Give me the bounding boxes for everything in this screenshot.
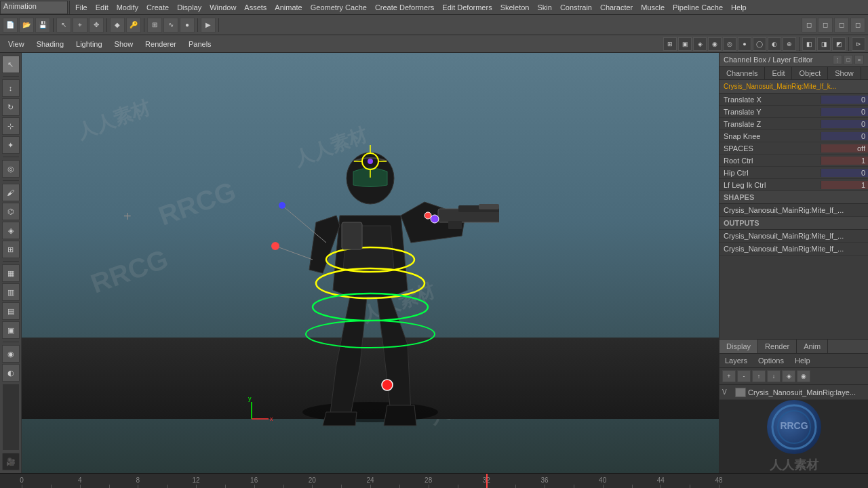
tab-channels[interactable]: Channels: [719, 67, 765, 79]
sculpt-tool[interactable]: ⌬: [2, 203, 20, 220]
vp-icon-12[interactable]: ◩: [832, 37, 846, 51]
right-tool2[interactable]: ◻: [818, 18, 833, 33]
panel-float-btn[interactable]: □: [844, 55, 853, 64]
select-tool-left[interactable]: ↖: [2, 56, 20, 73]
open-btn[interactable]: 📂: [19, 18, 34, 33]
vp-icon-7[interactable]: ◯: [753, 37, 766, 51]
snap-grid[interactable]: ⊞: [147, 18, 162, 33]
menu-item-animate[interactable]: Animate: [271, 0, 306, 15]
shapes-item-0[interactable]: Crysis_Nanosuit_MainRig:Mite_lf_...: [719, 204, 868, 217]
menu-item-pipeline cache[interactable]: Pipeline Cache: [669, 0, 727, 15]
le-tab-anim[interactable]: Anim: [797, 340, 828, 353]
menu-item-file[interactable]: File: [71, 0, 92, 15]
channel-value-1[interactable]: 0: [821, 108, 868, 116]
panel-menu-lighting[interactable]: Lighting: [71, 35, 108, 53]
channel-value-3[interactable]: 0: [821, 132, 868, 140]
channel-row-6[interactable]: Hip Ctrl0: [719, 167, 868, 179]
panel-menu-view[interactable]: View: [3, 35, 30, 53]
vp-icon-3[interactable]: ◈: [693, 37, 707, 51]
rotate-tool-left[interactable]: ↻: [2, 98, 20, 116]
tool8[interactable]: ▤: [2, 302, 20, 320]
menu-item-constrain[interactable]: Constrain: [556, 0, 596, 15]
panel-menu-shading[interactable]: Shading: [31, 35, 69, 53]
vp-icon-8[interactable]: ◐: [768, 37, 781, 51]
right-tool4[interactable]: ◻: [850, 18, 865, 33]
tool5[interactable]: ⊞: [2, 241, 20, 258]
snap-curve[interactable]: ∿: [163, 18, 178, 33]
outputs-item-1[interactable]: Crysis_Nanosuit_MainRig:Mite_lf_...: [719, 243, 868, 256]
tool11[interactable]: ◐: [2, 364, 20, 382]
viewport[interactable]: 人人素材 RRCG 人人素材 RRCG 人人素材 RRCG 人人素材 +: [22, 53, 719, 473]
new-scene-btn[interactable]: 📄: [3, 18, 18, 33]
le-menu-layers[interactable]: Layers: [722, 355, 750, 366]
channel-row-7[interactable]: Lf Leg Ik Ctrl1: [719, 179, 868, 191]
outputs-item-0[interactable]: Crysis_Nanosuit_MainRig:Mite_lf_...: [719, 230, 868, 243]
channel-value-6[interactable]: 0: [821, 169, 868, 177]
tool6[interactable]: ▦: [2, 264, 20, 282]
le-menu-options[interactable]: Options: [755, 355, 787, 366]
menu-item-edit[interactable]: Edit: [92, 0, 113, 15]
vp-icon-4[interactable]: ◉: [708, 37, 722, 51]
snap-point[interactable]: ●: [180, 18, 195, 33]
set-key-btn[interactable]: 🔑: [126, 18, 141, 33]
channel-row-3[interactable]: Snap Knee0: [719, 130, 868, 142]
channel-row-2[interactable]: Translate Z0: [719, 118, 868, 130]
mode-dropdown[interactable]: Animation: [0, 1, 68, 14]
menu-item-assets[interactable]: Assets: [240, 0, 271, 15]
panel-menu-renderer[interactable]: Renderer: [140, 35, 182, 53]
channel-value-5[interactable]: 1: [821, 157, 868, 165]
vp-icon-5[interactable]: ◎: [723, 37, 736, 51]
transform-tool-left[interactable]: ✦: [2, 136, 20, 154]
right-tool1[interactable]: ◻: [802, 18, 816, 33]
channel-value-0[interactable]: 0: [821, 96, 868, 104]
menu-item-skin[interactable]: Skin: [533, 0, 555, 15]
menu-item-skeleton[interactable]: Skeleton: [496, 0, 534, 15]
le-new-layer[interactable]: +: [722, 370, 736, 382]
menu-item-edit deformers[interactable]: Edit Deformers: [438, 0, 496, 15]
move-tool[interactable]: ✥: [89, 18, 104, 33]
lasso-tool[interactable]: ⌖: [73, 18, 87, 33]
vp-icon-11[interactable]: ◨: [817, 37, 831, 51]
le-delete-layer[interactable]: -: [737, 370, 751, 382]
tab-edit[interactable]: Edit: [765, 67, 792, 79]
vp-icon-13[interactable]: ⊳: [852, 37, 865, 51]
render-btn[interactable]: ▶: [201, 18, 216, 33]
tool10[interactable]: ◉: [2, 345, 20, 363]
channel-row-4[interactable]: SPACESoff: [719, 142, 868, 155]
panel-close-btn[interactable]: ×: [854, 55, 864, 64]
panel-options-btn[interactable]: ⋮: [833, 55, 842, 64]
key-btn[interactable]: ◆: [110, 18, 125, 33]
camera-thumb[interactable]: 🎥: [2, 453, 20, 470]
menu-item-muscle[interactable]: Muscle: [637, 0, 669, 15]
timeline-ruler[interactable]: 04812162024283236404448: [0, 473, 868, 488]
tool7[interactable]: ▥: [2, 283, 20, 301]
le-layer-options[interactable]: ◈: [782, 370, 795, 382]
menu-item-window[interactable]: Window: [205, 0, 240, 15]
channel-value-2[interactable]: 0: [821, 120, 868, 128]
channel-value-7[interactable]: 1: [821, 181, 868, 189]
timeline-playhead[interactable]: [486, 474, 488, 488]
layer-row-0[interactable]: V Crysis_Nanosuit_MainRig:laye...: [719, 385, 868, 400]
right-tool3[interactable]: ◻: [834, 18, 849, 33]
vp-icon-1[interactable]: ⊞: [663, 37, 677, 51]
panel-menu-show[interactable]: Show: [109, 35, 139, 53]
paint-skin[interactable]: 🖌: [2, 184, 20, 201]
vp-icon-6[interactable]: ●: [738, 37, 751, 51]
vp-icon-9[interactable]: ⊕: [783, 37, 796, 51]
menu-item-character[interactable]: Character: [596, 0, 637, 15]
menu-item-create[interactable]: Create: [142, 0, 173, 15]
le-move-down[interactable]: ↓: [767, 370, 781, 382]
scale-tool-left[interactable]: ⊹: [2, 117, 20, 135]
le-anim-layer[interactable]: ◉: [797, 370, 810, 382]
menu-item-modify[interactable]: Modify: [113, 0, 142, 15]
rivet-tool[interactable]: ◈: [2, 222, 20, 239]
select-tool[interactable]: ↖: [56, 18, 71, 33]
le-tab-display[interactable]: Display: [719, 340, 758, 353]
le-menu-help[interactable]: Help: [792, 355, 813, 366]
save-btn[interactable]: 💾: [35, 18, 50, 33]
move-tool-left[interactable]: ↕: [2, 79, 20, 97]
channel-value-4[interactable]: off: [821, 144, 868, 152]
vp-icon-10[interactable]: ◧: [802, 37, 816, 51]
channel-row-0[interactable]: Translate X0: [719, 94, 868, 106]
tab-object[interactable]: Object: [792, 67, 828, 79]
